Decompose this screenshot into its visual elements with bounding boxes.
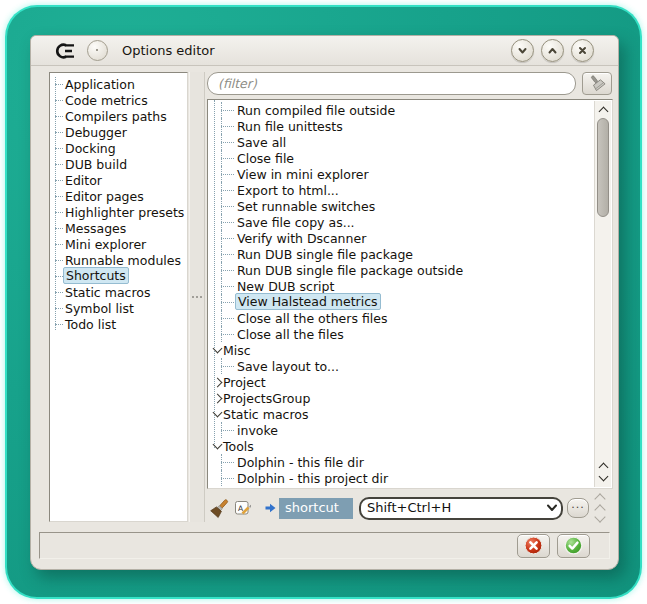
tree-connector bbox=[55, 188, 65, 204]
sidebar-item[interactable]: Highlighter presets bbox=[50, 204, 187, 220]
tree-connector bbox=[55, 124, 65, 140]
tree-connector bbox=[55, 172, 65, 188]
chevron-up-icon[interactable] bbox=[594, 493, 605, 504]
tree-item-label: Set runnable switches bbox=[237, 199, 375, 214]
clean-button[interactable] bbox=[207, 495, 231, 521]
tree-connector bbox=[221, 422, 237, 438]
tree-connector bbox=[221, 166, 237, 182]
sidebar-item[interactable]: Compilers paths bbox=[50, 108, 187, 124]
tree-row[interactable]: Verify with Dscanner bbox=[208, 230, 595, 246]
tree-row[interactable]: Dolphin - this file dir bbox=[208, 454, 595, 470]
combobox-dropdown-button[interactable] bbox=[543, 499, 561, 518]
brush-icon bbox=[588, 74, 607, 93]
tree-row[interactable]: invoke bbox=[208, 422, 595, 438]
sidebar-item[interactable]: Editor bbox=[50, 172, 187, 188]
filter-input[interactable] bbox=[207, 72, 576, 95]
tree-row[interactable]: Run DUB single file package outside bbox=[208, 262, 595, 278]
clear-filter-button[interactable] bbox=[582, 72, 612, 95]
sidebar-item[interactable]: Messages bbox=[50, 220, 187, 236]
tree-connector bbox=[221, 214, 237, 230]
tree-connector bbox=[221, 198, 237, 214]
tree-item-label: Close all the files bbox=[237, 327, 344, 342]
sidebar-item-label: Compilers paths bbox=[65, 109, 167, 124]
tree-connector bbox=[221, 278, 237, 294]
tree-row[interactable]: Project bbox=[208, 374, 595, 390]
tree-item-label: View in mini explorer bbox=[237, 167, 369, 182]
tree-row[interactable]: Save all bbox=[208, 134, 595, 150]
tree-row[interactable]: View Halstead metrics bbox=[208, 294, 595, 310]
tree-row[interactable]: View in mini explorer bbox=[208, 166, 595, 182]
sidebar-item[interactable]: Symbol list bbox=[50, 300, 187, 316]
tree-row[interactable]: Close all the files bbox=[208, 326, 595, 342]
sidebar-item-label: Editor pages bbox=[65, 189, 144, 204]
sidebar-item[interactable]: Shortcuts bbox=[50, 268, 187, 284]
tree-item-label: Run DUB single file package outside bbox=[237, 263, 463, 278]
expand-arrow-open-icon[interactable] bbox=[211, 412, 223, 416]
expand-arrow-closed-icon[interactable] bbox=[211, 379, 223, 386]
sidebar-item[interactable]: Code metrics bbox=[50, 92, 187, 108]
sidebar-item-label: Debugger bbox=[65, 125, 127, 140]
tree-row[interactable]: New DUB script bbox=[208, 278, 595, 294]
tree-row[interactable]: Dolphin - this project dir bbox=[208, 470, 595, 486]
edit-value-button[interactable]: A bbox=[231, 495, 255, 521]
tree-row[interactable]: ProjectsGroup bbox=[208, 390, 595, 406]
splitter-handle[interactable] bbox=[189, 72, 205, 522]
shortcut-value-input[interactable] bbox=[361, 500, 543, 516]
tree-row[interactable]: Save layout to... bbox=[208, 358, 595, 374]
tree-connector bbox=[221, 326, 237, 342]
tree-item-label: Run file unittests bbox=[237, 119, 343, 134]
property-spin-buttons bbox=[596, 495, 604, 521]
sidebar-item[interactable]: Runnable modules bbox=[50, 252, 187, 268]
expand-arrow-open-icon[interactable] bbox=[211, 348, 223, 352]
sidebar-item-label: Symbol list bbox=[65, 301, 134, 316]
tree-connector bbox=[55, 140, 65, 156]
tree-row[interactable]: Static macros bbox=[208, 406, 595, 422]
sidebar-item[interactable]: Application bbox=[50, 76, 187, 92]
chevron-down-icon[interactable] bbox=[594, 511, 605, 522]
scroll-up-button[interactable] bbox=[595, 102, 611, 116]
sidebar-item[interactable]: Editor pages bbox=[50, 188, 187, 204]
sidebar-item[interactable]: DUB build bbox=[50, 156, 187, 172]
scroll-up-button-secondary[interactable] bbox=[595, 459, 611, 471]
roll-up-button[interactable] bbox=[541, 39, 564, 62]
tree-row[interactable]: Save file copy as... bbox=[208, 214, 595, 230]
titlebar: Options editor bbox=[31, 36, 618, 66]
sidebar-item[interactable]: Docking bbox=[50, 140, 187, 156]
tree-row[interactable]: Export to html... bbox=[208, 182, 595, 198]
tree-connector bbox=[55, 236, 65, 252]
sidebar-item[interactable]: Debugger bbox=[50, 124, 187, 140]
roll-down-button[interactable] bbox=[511, 39, 534, 62]
scrollbar-thumb[interactable] bbox=[597, 118, 609, 217]
sidebar-item-label: Mini explorer bbox=[65, 237, 146, 252]
tree-item-label: Dolphin - this project dir bbox=[237, 471, 388, 486]
close-button[interactable] bbox=[571, 39, 594, 62]
sidebar-item[interactable]: Mini explorer bbox=[50, 236, 187, 252]
tree-item-label: Tools bbox=[223, 439, 254, 454]
category-list[interactable]: ApplicationCode metricsCompilers pathsDe… bbox=[49, 72, 188, 522]
tree-scrollbar[interactable] bbox=[594, 101, 611, 487]
tree-connector bbox=[221, 454, 237, 470]
more-options-button[interactable]: ... bbox=[567, 498, 589, 518]
tree-connector bbox=[55, 252, 65, 268]
cancel-button[interactable] bbox=[517, 534, 550, 558]
tree-row[interactable]: Close all the others files bbox=[208, 310, 595, 326]
sidebar-item[interactable]: Static macros bbox=[50, 284, 187, 300]
window-menu-button[interactable] bbox=[87, 40, 108, 61]
titlebar-buttons bbox=[511, 39, 594, 62]
expand-arrow-open-icon[interactable] bbox=[211, 444, 223, 448]
expand-arrow-closed-icon[interactable] bbox=[211, 395, 223, 402]
tree-row[interactable]: Close file bbox=[208, 150, 595, 166]
tree-row[interactable]: Misc bbox=[208, 342, 595, 358]
sidebar-item-label: Runnable modules bbox=[65, 253, 181, 268]
sidebar-item[interactable]: Todo list bbox=[50, 316, 187, 332]
tree-row[interactable]: Set runnable switches bbox=[208, 198, 595, 214]
tree-item-label: Verify with Dscanner bbox=[237, 231, 366, 246]
accept-button[interactable] bbox=[557, 534, 590, 558]
tree-row[interactable]: Run compiled file outside bbox=[208, 102, 595, 118]
tree-row[interactable]: Run file unittests bbox=[208, 118, 595, 134]
scroll-down-button[interactable] bbox=[595, 472, 611, 484]
close-icon bbox=[576, 44, 589, 57]
shortcuts-tree[interactable]: Run compiled file outsideRun file unitte… bbox=[207, 99, 613, 489]
tree-row[interactable]: Run DUB single file package bbox=[208, 246, 595, 262]
tree-row[interactable]: Tools bbox=[208, 438, 595, 454]
